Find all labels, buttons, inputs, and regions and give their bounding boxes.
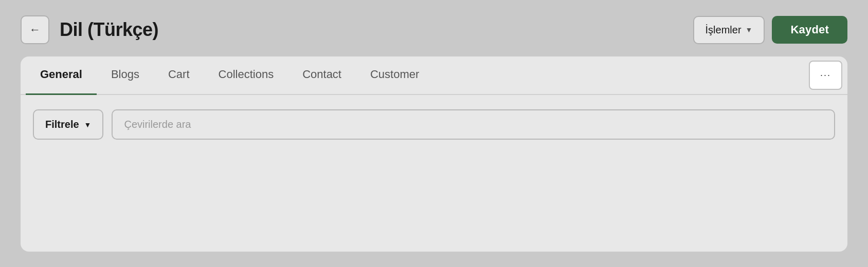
filter-button[interactable]: Filtrele ▼: [33, 109, 103, 140]
header-left: ← Dil (Türkçe): [21, 15, 158, 44]
header-row: ← Dil (Türkçe) İşlemler ▼ Kaydet: [21, 15, 847, 44]
tab-cart[interactable]: Cart: [154, 56, 204, 95]
tab-customer[interactable]: Customer: [356, 56, 433, 95]
header-right: İşlemler ▼ Kaydet: [693, 16, 847, 44]
tab-collections[interactable]: Collections: [204, 56, 288, 95]
page-wrapper: ← Dil (Türkçe) İşlemler ▼ Kaydet General…: [0, 0, 868, 267]
save-button[interactable]: Kaydet: [772, 16, 847, 44]
tabs-row: General Blogs Cart Collections Contact C…: [21, 56, 847, 95]
tab-contact[interactable]: Contact: [288, 56, 356, 95]
page-title: Dil (Türkçe): [60, 19, 158, 41]
filter-row: Filtrele ▼: [21, 95, 847, 154]
actions-label: İşlemler: [706, 24, 742, 36]
tab-general[interactable]: General: [26, 56, 97, 95]
filter-label: Filtrele: [45, 119, 79, 130]
actions-button[interactable]: İşlemler ▼: [693, 16, 765, 44]
back-button[interactable]: ←: [21, 15, 49, 44]
search-input[interactable]: [112, 109, 835, 140]
tab-more-button[interactable]: ···: [809, 61, 842, 90]
main-card: General Blogs Cart Collections Contact C…: [21, 56, 847, 252]
back-icon: ←: [29, 23, 41, 36]
chevron-down-icon: ▼: [746, 26, 753, 34]
filter-chevron-icon: ▼: [84, 121, 92, 129]
tab-blogs[interactable]: Blogs: [97, 56, 154, 95]
